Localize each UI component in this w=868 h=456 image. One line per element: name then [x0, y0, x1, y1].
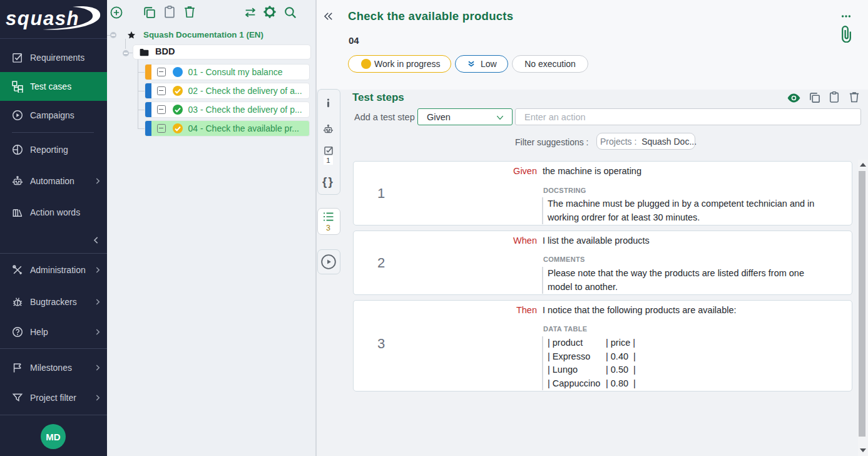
svg-text:squash: squash	[6, 8, 79, 29]
